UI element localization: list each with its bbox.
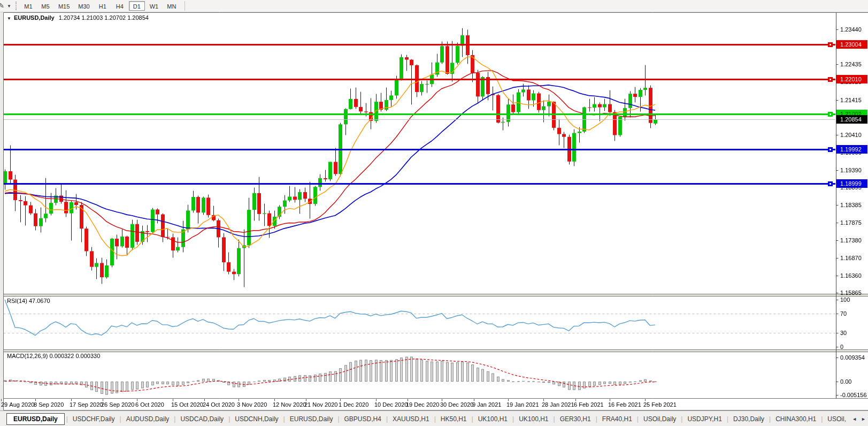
- chart-tab-uk100-h1[interactable]: UK100,H1: [514, 413, 553, 425]
- chart-tab-audusd-daily[interactable]: AUDUSD,Daily: [121, 413, 174, 425]
- chart-tab-hk50-h1[interactable]: HK50,H1: [436, 413, 472, 425]
- chart-tab-usoil-daily[interactable]: USOil,Daily: [639, 413, 681, 425]
- timeframe-button-h4[interactable]: H4: [112, 1, 128, 11]
- chart-tab-usdcad-daily[interactable]: USDCAD,Daily: [175, 413, 228, 425]
- chart-tab-dj30-daily[interactable]: DJ30,Daily: [728, 413, 769, 425]
- chart-tab-usdjpy-h1[interactable]: USDJPY,H1: [682, 413, 726, 425]
- timeframe-button-m1[interactable]: M1: [20, 1, 36, 11]
- timeframe-toolbar: ✎ ▼ M1M5M15M30H1H4D1W1MN: [0, 0, 868, 12]
- chart-tab-eurusd-daily[interactable]: EURUSD,Daily: [6, 413, 65, 425]
- timeframe-button-m15[interactable]: M15: [55, 1, 73, 11]
- trading-platform-window: ✎ ▼ M1M5M15M30H1H4D1W1MN ▼EURUSD,Daily1.…: [0, 0, 868, 426]
- tab-scroll-left-icon[interactable]: ◄: [852, 416, 857, 422]
- chart-symbol-period: EURUSD,Daily: [14, 14, 55, 21]
- timeframe-button-w1[interactable]: W1: [146, 1, 163, 11]
- drawing-tool-icon[interactable]: ✎: [0, 2, 6, 10]
- chart-tab-usdchf-daily[interactable]: USDCHF,Daily: [68, 413, 120, 425]
- timeframe-button-m5[interactable]: M5: [37, 1, 53, 11]
- chevron-down-icon[interactable]: ▼: [7, 4, 11, 9]
- timeframe-button-d1[interactable]: D1: [129, 1, 145, 11]
- toolbar-grip[interactable]: [16, 2, 17, 10]
- chart-canvas[interactable]: [0, 12, 868, 410]
- timeframe-button-mn[interactable]: MN: [163, 1, 180, 11]
- chart-tab-ger30-h1[interactable]: GER30,H1: [555, 413, 596, 425]
- chart-tab-xauusd-h1[interactable]: XAUUSD,H1: [388, 413, 434, 425]
- toolbar-separator: [185, 1, 185, 11]
- chart-tab-fra40-h1[interactable]: FRA40,H1: [597, 413, 637, 425]
- chart-tab-bar: EURUSD,Daily|USDCHF,Daily|AUDUSD,Daily|U…: [0, 410, 868, 426]
- chart-menu-icon[interactable]: ▼: [7, 16, 11, 21]
- chart-tab-uk100-h1[interactable]: UK100,H1: [473, 413, 512, 425]
- chart-ohlc-values: 1.20734 1.21003 1.20702 1.20854: [59, 14, 149, 21]
- timeframe-button-m30[interactable]: M30: [74, 1, 93, 11]
- timeframe-button-h1[interactable]: H1: [95, 1, 111, 11]
- tab-scroll-controls: ◄ ►: [850, 411, 868, 426]
- chart-tab-china300-h1[interactable]: CHINA300,H1: [771, 413, 821, 425]
- chart-title: ▼EURUSD,Daily1.20734 1.21003 1.20702 1.2…: [7, 14, 149, 21]
- chart-tab-gbpusd-h4[interactable]: GBPUSD,H4: [340, 413, 386, 425]
- chart-tab-usoil-[interactable]: USOil,: [823, 413, 851, 425]
- timeframe-buttons: M1M5M15M30H1H4D1W1MN: [20, 1, 180, 11]
- chart-tab-usdcnh-daily[interactable]: USDCNH,Daily: [230, 413, 283, 425]
- chart-tabs: EURUSD,Daily|USDCHF,Daily|AUDUSD,Daily|U…: [0, 413, 851, 425]
- tab-scroll-right-icon[interactable]: ►: [861, 416, 866, 422]
- chart-tab-eurusd-daily[interactable]: EURUSD,Daily: [285, 413, 338, 425]
